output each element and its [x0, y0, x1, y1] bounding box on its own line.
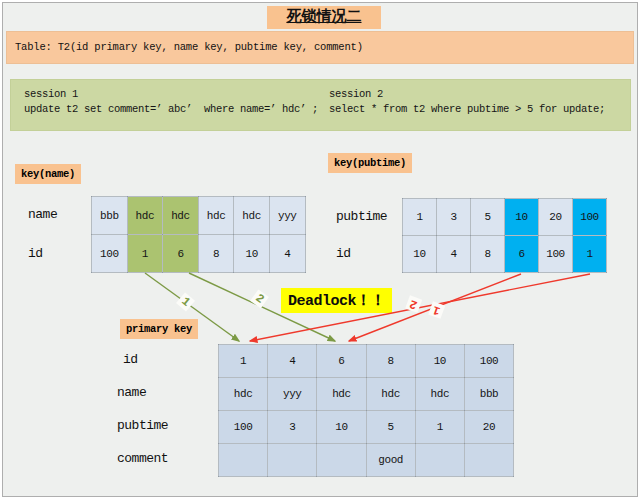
table-cell: 1: [573, 236, 607, 273]
table-cell: 20: [464, 411, 513, 444]
table-cell: 6: [317, 345, 366, 378]
table-cell: 10: [505, 199, 539, 236]
page-frame: 死锁情况二 Table: T2(id primary key, name key…: [2, 2, 638, 497]
key-name-index-table: bbbhdchdchdchdcyyy100168104: [91, 196, 306, 273]
table-definition-bar: Table: T2(id primary key, name key, pubt…: [6, 31, 634, 64]
page-title-text: 死锁情况二: [287, 9, 362, 26]
table-cell: 3: [268, 411, 317, 444]
table-cell: hdc: [234, 197, 270, 235]
table-cell: 4: [269, 235, 305, 273]
key-pubtime-index-table: 1351020100104861001: [402, 198, 607, 273]
primary-key-table: 146810100hdcyyyhdchdchdcbbb1003105120goo…: [218, 344, 514, 477]
session-1-sql: update t2 set comment=’ abc’ where name=…: [24, 103, 318, 115]
session-1-block: session 1 update t2 set comment=’ abc’ w…: [24, 87, 318, 117]
primary-row-label: pubtime: [117, 418, 168, 433]
key-name-row-label: id: [28, 246, 43, 261]
key-name-label: key(name): [15, 164, 81, 184]
table-cell: 6: [163, 235, 199, 273]
table-cell: yyy: [268, 378, 317, 411]
key-pubtime-label: key(pubtime): [328, 153, 412, 173]
session-2-block: session 2 select * from t2 where pubtime…: [329, 87, 605, 117]
table-cell: 1: [415, 411, 464, 444]
table-cell: 5: [366, 411, 415, 444]
table-cell: [464, 444, 513, 477]
table-definition-text: Table: T2(id primary key, name key, pubt…: [15, 41, 363, 53]
key-name-row-label: name: [28, 207, 57, 222]
session-2-title: session 2: [329, 88, 383, 100]
primary-row-label: id: [123, 352, 138, 367]
table-cell: 5: [471, 199, 505, 236]
arrow-order-label: 2: [250, 289, 269, 308]
deadlock-badge: Deadlock！！: [281, 288, 392, 313]
table-cell: hdc: [198, 197, 234, 235]
table-cell: [415, 444, 464, 477]
table-cell: 1: [219, 345, 268, 378]
table-cell: 10: [234, 235, 270, 273]
table-cell: yyy: [269, 197, 305, 235]
table-cell: 10: [317, 411, 366, 444]
table-cell: 1: [127, 235, 163, 273]
table-cell: hdc: [127, 197, 163, 235]
table-cell: 100: [92, 235, 128, 273]
table-cell: 100: [219, 411, 268, 444]
table-cell: good: [366, 444, 415, 477]
arrow-order-label: 1: [176, 292, 195, 311]
table-cell: hdc: [415, 378, 464, 411]
primary-row-label: comment: [117, 451, 168, 466]
table-cell: 3: [437, 199, 471, 236]
arrow-order-label: 1: [428, 301, 445, 319]
table-cell: 8: [366, 345, 415, 378]
table-cell: 100: [464, 345, 513, 378]
table-cell: bbb: [464, 378, 513, 411]
table-cell: 100: [573, 199, 607, 236]
table-cell: 8: [198, 235, 234, 273]
sessions-panel: session 1 update t2 set comment=’ abc’ w…: [10, 79, 631, 131]
page-title: 死锁情况二: [267, 6, 381, 29]
arrow-order-label: 2: [405, 295, 422, 313]
table-cell: [268, 444, 317, 477]
table-cell: hdc: [163, 197, 199, 235]
table-cell: hdc: [366, 378, 415, 411]
primary-key-label: primary key: [120, 319, 198, 339]
table-cell: hdc: [219, 378, 268, 411]
primary-row-label: name: [117, 385, 146, 400]
table-cell: 8: [471, 236, 505, 273]
session-1-title: session 1: [24, 88, 78, 100]
key-pubtime-row-label: id: [336, 246, 351, 261]
table-cell: 20: [539, 199, 573, 236]
diagram-canvas: 死锁情况二 Table: T2(id primary key, name key…: [0, 0, 640, 499]
table-cell: [219, 444, 268, 477]
session-2-sql: select * from t2 where pubtime > 5 for u…: [329, 103, 605, 115]
table-cell: 10: [403, 236, 437, 273]
table-cell: 10: [415, 345, 464, 378]
table-cell: 1: [403, 199, 437, 236]
table-cell: [317, 444, 366, 477]
table-cell: 4: [437, 236, 471, 273]
table-cell: 100: [539, 236, 573, 273]
table-cell: 6: [505, 236, 539, 273]
table-cell: hdc: [317, 378, 366, 411]
table-cell: 4: [268, 345, 317, 378]
key-pubtime-row-label: pubtime: [336, 209, 387, 224]
table-cell: bbb: [92, 197, 128, 235]
